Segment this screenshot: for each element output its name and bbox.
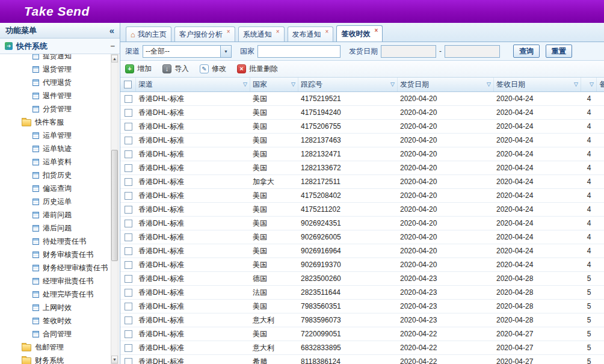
row-checkbox[interactable] [125, 247, 132, 255]
edit-button[interactable]: ✎ 修改 [200, 64, 226, 74]
tree-item[interactable]: 运单资料 [0, 155, 110, 168]
table-row[interactable]: 香港DHL-标准美国41752195212020-04-202020-04-24… [120, 92, 604, 106]
batch-delete-button[interactable]: × 批量删除 [237, 64, 278, 74]
row-checkbox[interactable] [125, 330, 132, 338]
column-header-tracking[interactable]: 跟踪号▽ [298, 78, 398, 91]
tree-item[interactable]: 代理退货 [0, 76, 110, 89]
tree-item[interactable]: 历史运单 [0, 195, 110, 208]
table-row[interactable]: 香港DHL-标准美国12821336722020-04-202020-04-24… [120, 161, 604, 175]
row-checkbox[interactable] [125, 164, 132, 172]
table-row[interactable]: 香港DHL-标准美国90269260052020-04-202020-04-24… [120, 230, 604, 244]
table-row[interactable]: 香港DHL-标准法国28235116442020-04-232020-04-28… [120, 286, 604, 300]
scroll-down-button[interactable]: ▼ [111, 356, 118, 363]
tree-item[interactable]: 提货通知 [0, 54, 110, 63]
date-to-input[interactable] [445, 45, 500, 58]
tree-item[interactable]: 港后问题 [0, 221, 110, 235]
column-header-days[interactable]: ▽ [581, 78, 597, 91]
column-header-channel[interactable]: 渠道▽ [136, 78, 250, 91]
table-row[interactable]: 香港DHL-标准美国79835603512020-04-232020-04-28… [120, 300, 604, 313]
tree-item[interactable]: 处理完毕责任书 [0, 288, 110, 301]
column-header-note[interactable]: 备▽ [597, 78, 604, 91]
search-button[interactable]: 查询 [513, 45, 540, 58]
table-row[interactable]: 香港DHL-标准意大利79835960732020-04-232020-04-2… [120, 313, 604, 327]
tree-item[interactable]: 偏远查询 [0, 182, 110, 195]
reset-button[interactable]: 重置 [546, 45, 572, 58]
row-checkbox[interactable] [125, 178, 132, 186]
row-checkbox[interactable] [125, 109, 132, 117]
table-row[interactable]: 香港DHL-标准意大利68328338952020-04-222020-04-2… [120, 341, 604, 355]
table-row[interactable]: 香港DHL-标准美国90269243512020-04-202020-04-24… [120, 217, 604, 230]
column-header-ship_date[interactable]: 发货日期▽ [398, 78, 494, 91]
scroll-up-button[interactable]: ▲ [111, 55, 118, 63]
import-button[interactable]: ↓ 导入 [162, 64, 189, 74]
tree-item[interactable]: 快件客服 [0, 116, 110, 129]
tab-close-icon[interactable]: × [374, 28, 378, 34]
tab-system-notice[interactable]: 系统通知× [238, 26, 285, 42]
tree-item[interactable]: 扣货历史 [0, 168, 110, 182]
sidebar-section-express-system[interactable]: ➔ 快件系统 − [0, 39, 120, 54]
tree-item[interactable]: 运单轨迹 [0, 142, 110, 155]
table-row[interactable]: 香港DHL-标准美国41752067552020-04-202020-04-24… [120, 120, 604, 134]
row-checkbox[interactable] [125, 303, 132, 310]
row-checkbox[interactable] [125, 344, 132, 352]
row-checkbox[interactable] [125, 150, 132, 158]
tree-item[interactable]: 财务系统 [0, 354, 110, 364]
column-header-country[interactable]: 国家▽ [250, 78, 298, 91]
table-row[interactable]: 香港DHL-标准美国90269193702020-04-202020-04-24… [120, 258, 604, 272]
tab-my-home[interactable]: ⌂我的主页 [126, 26, 171, 42]
tree-item[interactable]: 签收时效 [0, 314, 110, 327]
row-checkbox[interactable] [125, 192, 132, 200]
table-row[interactable]: 香港DHL-标准美国12821374632020-04-202020-04-24… [120, 134, 604, 147]
tree-item[interactable]: 退货管理 [0, 63, 110, 76]
tab-close-icon[interactable]: × [325, 29, 329, 35]
tree-item[interactable]: 上网时效 [0, 301, 110, 314]
channel-select[interactable]: --全部-- ▼ [143, 45, 232, 58]
table-row[interactable]: 香港DHL-标准美国72200990512020-04-222020-04-27… [120, 327, 604, 341]
tree-item[interactable]: 财务经理审核责任书 [0, 261, 110, 274]
filter-icon[interactable]: ▽ [487, 82, 491, 87]
table-row[interactable]: 香港DHL-标准美国12821324712020-04-202020-04-24… [120, 147, 604, 161]
scrollbar-thumb[interactable] [111, 150, 118, 261]
sidebar-scrollbar[interactable]: ▲ ▼ [111, 54, 119, 364]
sidebar-collapse-icon[interactable]: « [109, 26, 114, 35]
row-checkbox[interactable] [125, 316, 132, 324]
table-row[interactable]: 香港DHL-标准加拿大12821725112020-04-202020-04-2… [120, 175, 604, 189]
tab-close-icon[interactable]: × [276, 29, 280, 35]
add-button[interactable]: + 增加 [125, 64, 152, 74]
table-row[interactable]: 香港DHL-标准美国41752112022020-04-202020-04-24… [120, 203, 604, 217]
table-row[interactable]: 香港DHL-标准美国41751942402020-04-202020-04-24… [120, 106, 604, 120]
scrollbar-track[interactable] [111, 63, 118, 356]
row-checkbox[interactable] [125, 233, 132, 241]
filter-icon[interactable]: ▽ [574, 82, 578, 87]
tab-customer-quote-analysis[interactable]: 客户报价分析× [174, 26, 235, 42]
tab-publish-notice[interactable]: 发布通知× [288, 26, 334, 42]
select-all-checkbox[interactable] [124, 81, 132, 88]
date-from-input[interactable] [381, 45, 436, 58]
tab-sign-time[interactable]: 签收时效× [336, 25, 383, 42]
table-row[interactable]: 香港DHL-标准德国28235002602020-04-232020-04-28… [120, 272, 604, 286]
tab-close-icon[interactable]: × [227, 29, 230, 35]
row-checkbox[interactable] [125, 220, 132, 227]
row-checkbox[interactable] [125, 206, 132, 214]
row-checkbox[interactable] [125, 95, 132, 103]
tree-item[interactable]: 分货管理 [0, 102, 110, 116]
row-checkbox[interactable] [125, 358, 132, 364]
column-header-select[interactable] [120, 78, 136, 91]
filter-icon[interactable]: ▽ [390, 82, 395, 87]
tree-item[interactable]: 港前问题 [0, 208, 110, 221]
table-row[interactable]: 香港DHL-标准美国41752084022020-04-202020-04-24… [120, 189, 604, 203]
row-checkbox[interactable] [125, 261, 132, 269]
table-row[interactable]: 香港DHL-标准希腊81183861242020-04-222020-04-27… [120, 355, 604, 364]
row-checkbox[interactable] [125, 289, 132, 297]
table-row[interactable]: 香港DHL-标准美国90269169642020-04-202020-04-24… [120, 244, 604, 258]
filter-icon[interactable]: ▽ [243, 82, 247, 87]
row-checkbox[interactable] [125, 137, 132, 144]
tree-item[interactable]: 退件管理 [0, 89, 110, 102]
tree-item[interactable]: 运单管理 [0, 129, 110, 142]
tree-item[interactable]: 经理审批责任书 [0, 274, 110, 288]
filter-icon[interactable]: ▽ [590, 82, 594, 87]
column-header-sign_date[interactable]: 签收日期▽ [494, 78, 581, 91]
tree-item[interactable]: 包邮管理 [0, 341, 110, 354]
row-checkbox[interactable] [125, 123, 132, 131]
filter-icon[interactable]: ▽ [291, 82, 295, 87]
